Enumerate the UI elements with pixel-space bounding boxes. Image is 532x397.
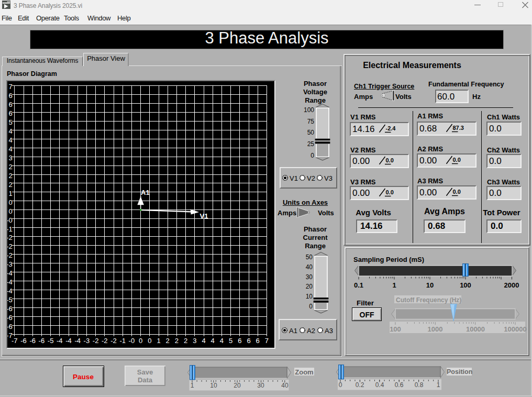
svg-text:A1: A1: [141, 189, 150, 196]
svg-text:40: 40: [306, 263, 313, 271]
svg-text:0: 0: [309, 303, 313, 310]
svg-text:0: 0: [148, 337, 151, 345]
svg-text:-7: -7: [12, 337, 18, 345]
svg-text:-4: -4: [7, 269, 13, 277]
svg-text:0.0: 0.0: [453, 189, 461, 195]
svg-text:0.0: 0.0: [386, 189, 394, 195]
svg-text:6: 6: [9, 101, 13, 108]
svg-text:10: 10: [306, 293, 313, 300]
svg-text:-6: -6: [7, 323, 13, 330]
svg-text:20: 20: [306, 283, 313, 290]
svg-text:4: 4: [220, 337, 224, 345]
svg-text:50: 50: [306, 253, 313, 261]
svg-text:-0: -0: [7, 216, 13, 224]
svg-text:1: 1: [157, 337, 160, 345]
svg-text:87.3: 87.3: [453, 125, 464, 131]
svg-text:6: 6: [247, 337, 250, 345]
svg-text:50: 50: [307, 129, 315, 136]
svg-text:3: 3: [9, 154, 13, 162]
svg-text:7: 7: [265, 337, 269, 345]
svg-text:0.0: 0.0: [386, 157, 394, 163]
svg-text:-2: -2: [7, 242, 13, 250]
svg-text:-0: -0: [129, 337, 135, 345]
svg-text:-2: -2: [102, 337, 108, 345]
svg-text:0.0: 0.0: [453, 157, 461, 163]
svg-text:7: 7: [9, 83, 13, 91]
svg-text:2: 2: [9, 163, 13, 171]
svg-text:25: 25: [307, 140, 315, 148]
svg-text:4: 4: [9, 127, 13, 135]
svg-text:0: 0: [9, 198, 13, 206]
svg-text:2: 2: [184, 337, 187, 345]
svg-text:-2: -2: [7, 251, 13, 259]
svg-text:5: 5: [229, 337, 232, 345]
svg-text:-6: -6: [39, 337, 45, 345]
svg-text:6: 6: [9, 109, 13, 117]
svg-text:3: 3: [193, 337, 196, 345]
svg-text:-5: -5: [48, 337, 54, 345]
svg-text:0: 0: [311, 152, 314, 159]
svg-text:V1: V1: [200, 212, 208, 220]
svg-text:-4: -4: [65, 337, 72, 345]
svg-text:-6: -6: [7, 314, 13, 322]
svg-text:-4: -4: [57, 337, 63, 345]
svg-text:0: 0: [139, 337, 142, 345]
svg-text:-4: -4: [7, 287, 13, 295]
svg-text:-4: -4: [7, 278, 13, 286]
svg-text:-6: -6: [29, 337, 36, 345]
svg-text:-6: -6: [7, 305, 13, 313]
svg-text:100: 100: [304, 106, 314, 114]
svg-text:-3: -3: [84, 337, 90, 345]
svg-text:-2.4: -2.4: [386, 125, 396, 131]
svg-text:2: 2: [9, 181, 13, 189]
svg-text:2: 2: [166, 337, 170, 345]
svg-text:-2: -2: [7, 234, 13, 241]
svg-text:-3: -3: [7, 260, 13, 268]
svg-text:4: 4: [9, 136, 13, 144]
svg-text:6: 6: [9, 92, 13, 100]
svg-text:4: 4: [211, 337, 215, 345]
svg-text:4: 4: [202, 337, 205, 345]
svg-text:6: 6: [256, 337, 260, 345]
svg-text:-5: -5: [7, 296, 13, 304]
svg-text:-1: -1: [119, 337, 126, 345]
svg-text:-6: -6: [20, 337, 27, 345]
svg-text:-2: -2: [110, 337, 117, 345]
svg-text:6: 6: [238, 337, 241, 345]
svg-text:75: 75: [307, 118, 315, 125]
svg-text:-2: -2: [93, 337, 99, 345]
svg-text:-4: -4: [74, 337, 81, 345]
svg-text:-1: -1: [7, 225, 13, 233]
svg-text:5: 5: [9, 118, 13, 126]
svg-text:2: 2: [175, 337, 179, 345]
svg-text:4: 4: [9, 145, 13, 153]
svg-text:2: 2: [9, 172, 13, 180]
svg-text:30: 30: [306, 273, 313, 281]
svg-text:1: 1: [9, 190, 13, 197]
svg-text:0: 0: [9, 207, 13, 215]
